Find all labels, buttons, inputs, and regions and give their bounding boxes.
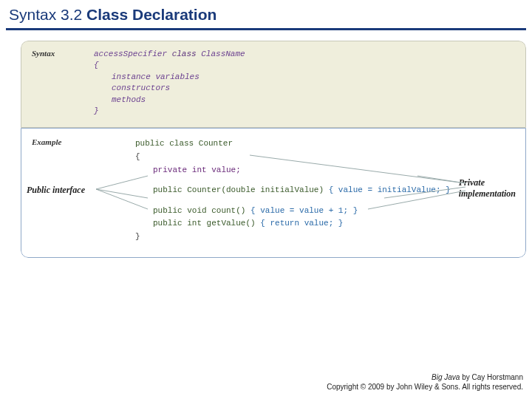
code-m1-body: { value = value + 1; } [250, 206, 358, 215]
footer-book: Big Java [432, 373, 460, 381]
code-m2-body: { return value; } [260, 219, 343, 228]
annotation-right-l2: implementation [459, 188, 516, 199]
syntax-template: accessSpecifier class ClassName { instan… [94, 49, 245, 117]
code-brace-open: { [135, 151, 451, 164]
code-brace-close: } [135, 231, 451, 244]
code-field: private int value; [153, 164, 451, 177]
annotation-public-interface: Public interface [27, 185, 85, 196]
title-number: 3.2 [61, 6, 82, 23]
syntax-brace-close: } [94, 106, 245, 117]
footer-copyright: Copyright © 2009 by John Wiley & Sons. A… [327, 382, 523, 392]
syntax-brace-open: { [94, 60, 245, 71]
syntax-class-kw: class [172, 50, 197, 58]
annotation-right-l1: Private [459, 177, 485, 188]
syntax-access: accessSpecifier [94, 50, 167, 58]
syntax-member: methods [112, 95, 245, 106]
code-ctor-sig: public Counter(double initialValue) [153, 185, 324, 194]
footer-byline: by Cay Horstmann [460, 373, 523, 381]
example-code: public class Counter { private int value… [135, 137, 451, 243]
syntax-label: Syntax [32, 49, 94, 117]
page-title: Syntax 3.2 Class Declaration [0, 0, 532, 28]
annotation-private-impl: Private implementation [459, 177, 516, 200]
syntax-panel: Syntax accessSpecifier class ClassName {… [21, 41, 526, 258]
code-ctor-body: { value = initialValue; } [329, 185, 451, 194]
footer: Big Java by Cay Horstmann Copyright © 20… [327, 372, 523, 392]
title-prefix: Syntax [9, 6, 56, 23]
example-section: Example public class Counter { private i… [21, 128, 526, 257]
syntax-section: Syntax accessSpecifier class ClassName {… [21, 41, 526, 128]
code-m2-sig: public int getValue() [153, 219, 256, 228]
code-m1-sig: public void count() [153, 206, 245, 215]
title-name: Class Declaration [86, 6, 216, 23]
syntax-member: constructors [112, 83, 245, 94]
syntax-classname: ClassName [201, 50, 245, 58]
code-decl: public class Counter [135, 137, 451, 151]
title-rule [6, 28, 526, 30]
syntax-member: instance variables [112, 72, 245, 83]
